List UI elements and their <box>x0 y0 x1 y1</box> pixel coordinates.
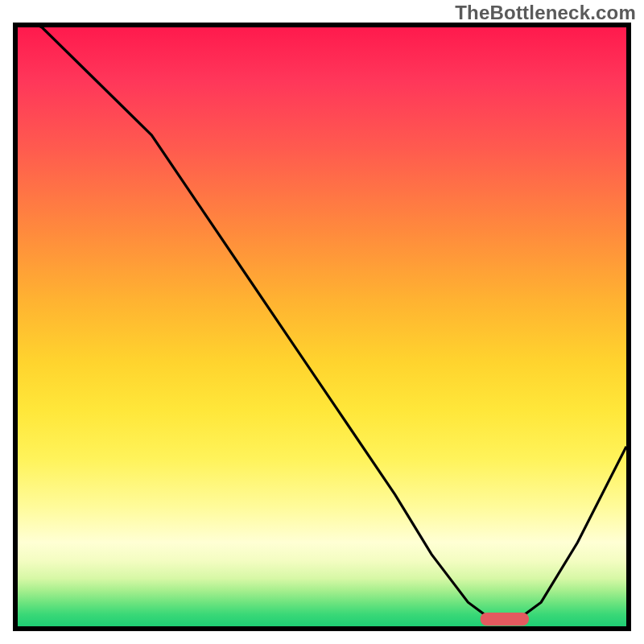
chart-container: TheBottleneck.com <box>0 0 644 644</box>
curve-line <box>18 27 626 621</box>
plot-area <box>13 23 631 631</box>
bottleneck-curve <box>18 27 626 626</box>
watermark-text: TheBottleneck.com <box>455 2 636 24</box>
optimum-marker <box>481 613 530 625</box>
